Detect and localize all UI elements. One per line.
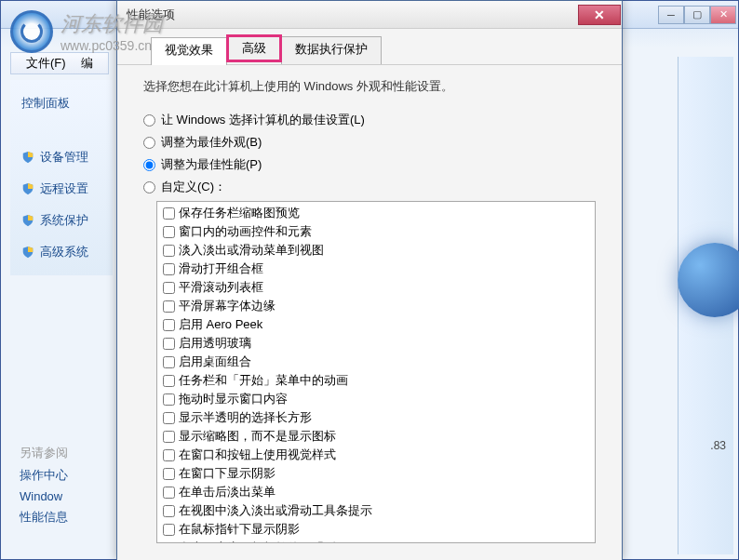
checkbox-input[interactable] — [163, 375, 175, 387]
shield-icon — [21, 182, 34, 195]
watermark-site-name: 河东软件园 — [60, 12, 163, 35]
check-row[interactable]: 在单击后淡出菜单 — [159, 483, 593, 501]
check-row[interactable]: 显示缩略图，而不是显示图标 — [159, 427, 593, 446]
checkbox-label: 显示半透明的选择长方形 — [179, 409, 312, 426]
check-row[interactable]: 启用桌面组合 — [159, 353, 593, 371]
windows-orb-icon — [678, 243, 739, 317]
performance-options-dialog: 性能选项 ✕ 视觉效果 高级 数据执行保护 选择您想在此计算机上使用的 Wind… — [116, 0, 623, 560]
checkbox-label: 在桌面上为图标标签使用阴影 — [179, 540, 336, 543]
radio-best-performance-input[interactable] — [143, 159, 155, 171]
checkbox-input[interactable] — [163, 282, 175, 294]
bg-close-button[interactable]: ✕ — [710, 6, 736, 24]
check-row[interactable]: 平滑屏幕字体边缘 — [159, 297, 593, 315]
checkbox-label: 拖动时显示窗口内容 — [179, 391, 288, 407]
visual-effects-checklist[interactable]: 保存任务栏缩略图预览窗口内的动画控件和元素淡入淡出或滑动菜单到视图滑动打开组合框… — [156, 201, 596, 543]
sidebar-item-device-manager[interactable]: 设备管理 — [10, 141, 113, 173]
shield-icon — [21, 151, 34, 164]
check-row[interactable]: 平滑滚动列表框 — [159, 278, 593, 297]
check-row[interactable]: 在桌面上为图标标签使用阴影 — [159, 539, 593, 543]
check-row[interactable]: 在窗口和按钮上使用视觉样式 — [159, 446, 593, 464]
checkbox-label: 在视图中淡入淡出或滑动工具条提示 — [179, 502, 372, 519]
checkbox-label: 任务栏和「开始」菜单中的动画 — [179, 372, 348, 389]
link-action-center[interactable]: 操作中心 — [20, 467, 68, 484]
checkbox-label: 平滑滚动列表框 — [179, 279, 263, 296]
checkbox-input[interactable] — [163, 505, 175, 517]
checkbox-input[interactable] — [163, 338, 175, 350]
checkbox-input[interactable] — [163, 356, 175, 368]
checkbox-label: 在窗口和按钮上使用视觉样式 — [179, 447, 336, 463]
tab-dep[interactable]: 数据执行保护 — [281, 36, 382, 64]
dialog-close-button[interactable]: ✕ — [578, 5, 621, 25]
shield-icon — [21, 246, 34, 259]
check-row[interactable]: 在鼠标指针下显示阴影 — [159, 520, 593, 539]
checkbox-input[interactable] — [163, 431, 175, 443]
dialog-titlebar: 性能选项 ✕ — [117, 1, 622, 29]
checkbox-label: 淡入淡出或滑动菜单到视图 — [179, 242, 324, 259]
radio-best-performance[interactable]: 调整为最佳性能(P) — [143, 156, 596, 173]
link-windows[interactable]: Window — [20, 489, 68, 503]
checkbox-label: 窗口内的动画控件和元素 — [179, 223, 312, 240]
intro-text: 选择您想在此计算机上使用的 Windows 外观和性能设置。 — [143, 78, 596, 95]
check-row[interactable]: 启用 Aero Peek — [159, 315, 593, 334]
checkbox-label: 显示缩略图，而不是显示图标 — [179, 428, 336, 445]
bg-minimize-button[interactable]: ─ — [658, 6, 684, 24]
check-row[interactable]: 滑动打开组合框 — [159, 260, 593, 278]
checkbox-label: 启用 Aero Peek — [179, 316, 262, 333]
checkbox-label: 平滑屏幕字体边缘 — [179, 298, 275, 314]
bg-related-links: 另请参阅 操作中心 Window 性能信息 — [20, 439, 68, 531]
checkbox-input[interactable] — [163, 487, 175, 499]
radio-let-windows[interactable]: 让 Windows 选择计算机的最佳设置(L) — [143, 112, 596, 128]
radio-custom[interactable]: 自定义(C)： — [143, 179, 596, 195]
radio-let-windows-input[interactable] — [143, 114, 155, 127]
sidebar-item-remote[interactable]: 远程设置 — [10, 173, 113, 205]
checkbox-input[interactable] — [163, 226, 175, 238]
checkbox-label: 滑动打开组合框 — [179, 260, 263, 277]
link-performance-info[interactable]: 性能信息 — [20, 509, 68, 526]
version-text: .83 — [710, 439, 726, 452]
bg-right-panel: .83 — [678, 57, 733, 554]
checkbox-input[interactable] — [163, 542, 175, 544]
checkbox-label: 在窗口下显示阴影 — [179, 465, 275, 482]
watermark-url: www.pc0359.cn — [60, 38, 163, 53]
checkbox-input[interactable] — [163, 245, 175, 257]
radio-best-appearance[interactable]: 调整为最佳外观(B) — [143, 134, 596, 151]
menu-file[interactable]: 文件(F) — [19, 53, 74, 73]
check-row[interactable]: 显示半透明的选择长方形 — [159, 408, 593, 427]
check-row[interactable]: 窗口内的动画控件和元素 — [159, 222, 593, 241]
bg-menubar: 文件(F) 编 — [10, 52, 109, 74]
check-row[interactable]: 保存任务栏缩略图预览 — [159, 204, 593, 222]
bg-sidebar: 控制面板 设备管理 远程设置 系统保护 高级系统 — [10, 80, 113, 275]
checkbox-input[interactable] — [163, 393, 175, 406]
tab-visual-effects-content: 选择您想在此计算机上使用的 Windows 外观和性能设置。 让 Windows… — [117, 65, 622, 560]
checkbox-input[interactable] — [163, 207, 175, 220]
checkbox-input[interactable] — [163, 468, 175, 480]
tab-advanced[interactable]: 高级 — [226, 34, 282, 62]
check-row[interactable]: 任务栏和「开始」菜单中的动画 — [159, 371, 593, 390]
check-row[interactable]: 在视图中淡入淡出或滑动工具条提示 — [159, 501, 593, 520]
checkbox-input[interactable] — [163, 524, 175, 536]
radio-best-appearance-input[interactable] — [143, 137, 155, 149]
check-row[interactable]: 在窗口下显示阴影 — [159, 464, 593, 483]
checkbox-label: 在单击后淡出菜单 — [179, 484, 275, 500]
sidebar-control-panel[interactable]: 控制面板 — [10, 87, 113, 119]
checkbox-label: 保存任务栏缩略图预览 — [179, 205, 300, 221]
sidebar-item-advanced[interactable]: 高级系统 — [10, 236, 113, 268]
checkbox-label: 启用透明玻璃 — [179, 335, 251, 352]
tab-strip: 视觉效果 高级 数据执行保护 — [117, 29, 622, 65]
check-row[interactable]: 淡入淡出或滑动菜单到视图 — [159, 241, 593, 260]
checkbox-input[interactable] — [163, 319, 175, 331]
checkbox-input[interactable] — [163, 412, 175, 424]
menu-edit[interactable]: 编 — [74, 53, 101, 73]
related-heading: 另请参阅 — [20, 445, 68, 461]
check-row[interactable]: 拖动时显示窗口内容 — [159, 390, 593, 408]
check-row[interactable]: 启用透明玻璃 — [159, 334, 593, 353]
sidebar-item-protection[interactable]: 系统保护 — [10, 205, 113, 236]
checkbox-input[interactable] — [163, 300, 175, 313]
checkbox-input[interactable] — [163, 263, 175, 275]
bg-maximize-button[interactable]: ▢ — [684, 6, 710, 24]
checkbox-input[interactable] — [163, 449, 175, 461]
watermark: 河东软件园 www.pc0359.cn — [10, 10, 163, 53]
shield-icon — [21, 214, 34, 227]
radio-custom-input[interactable] — [143, 181, 155, 193]
checkbox-label: 启用桌面组合 — [179, 353, 251, 370]
